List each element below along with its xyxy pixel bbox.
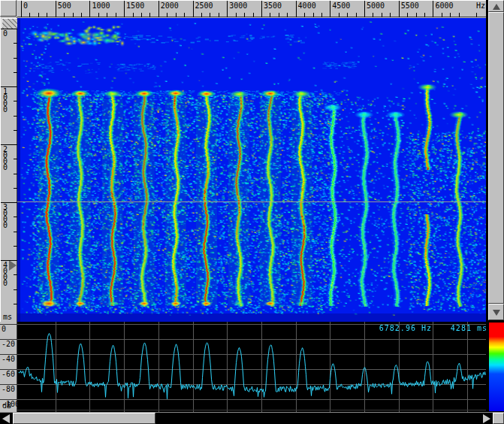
tick-label: 3000 <box>229 2 247 10</box>
minor-tick <box>47 13 47 17</box>
frequency-ruler: Hz 0500100015002000250030003500400045005… <box>17 0 486 17</box>
freq-readout: 6782.96 Hz <box>379 324 432 332</box>
scrollbar-corner[interactable] <box>493 413 504 424</box>
scroll-right-icon <box>483 414 490 423</box>
minor-tick <box>442 13 442 17</box>
tick-label: 1 0 0 0 <box>3 89 8 113</box>
tick-label: 3 0 0 0 <box>3 204 8 229</box>
grip-button[interactable] <box>2 18 18 29</box>
minor-tick <box>279 13 279 17</box>
minor-tick <box>356 13 357 17</box>
vertical-scrollbar[interactable] <box>488 0 504 320</box>
major-tick <box>330 1 330 17</box>
minor-tick <box>347 13 348 17</box>
scroll-down-button[interactable] <box>488 304 504 320</box>
major-tick <box>433 1 433 17</box>
spectrum-canvas[interactable] <box>17 322 486 412</box>
minor-tick <box>73 13 74 17</box>
tick-label: 0 <box>3 31 8 37</box>
playback-position-marker[interactable] <box>9 260 17 271</box>
minor-tick <box>64 13 65 17</box>
tick-label: 2 0 0 0 <box>3 147 8 171</box>
minor-tick <box>253 13 254 17</box>
tick-label: 2000 <box>161 2 179 10</box>
tick-label: 2500 <box>195 2 213 10</box>
major-tick <box>227 1 228 17</box>
horizontal-scrollbar-thumb[interactable] <box>13 413 155 424</box>
intensity-colorbar <box>488 323 504 411</box>
tick-label: 500 <box>58 2 71 10</box>
minor-tick <box>107 13 107 17</box>
tick-label: -40 <box>2 356 15 363</box>
tick-label: -60 <box>2 371 15 378</box>
scroll-up-icon <box>493 4 500 10</box>
minor-tick <box>201 13 202 17</box>
frequency-unit-label: Hz <box>476 2 485 10</box>
minor-tick <box>424 13 425 17</box>
right-column <box>486 0 504 412</box>
tick-label: 4500 <box>332 2 350 10</box>
minor-tick <box>313 13 314 17</box>
horizontal-scrollbar[interactable] <box>0 412 504 424</box>
tick-label: 1500 <box>126 2 144 10</box>
scroll-down-icon <box>493 310 500 316</box>
minor-tick <box>382 13 382 17</box>
minor-tick <box>373 13 373 17</box>
tick-label: 5500 <box>401 2 419 10</box>
time-readout: 4281 ms <box>451 324 487 332</box>
tick-label: 1000 <box>92 2 110 10</box>
tick-label: 0 <box>2 326 6 333</box>
major-tick <box>21 1 22 17</box>
tick-label: -80 <box>2 386 15 393</box>
minor-tick <box>476 13 477 17</box>
corner-button[interactable] <box>0 0 17 17</box>
minor-tick <box>149 13 150 17</box>
spectrogram-canvas[interactable] <box>17 18 486 322</box>
minor-tick <box>133 13 134 17</box>
minor-tick <box>167 13 167 17</box>
minor-tick <box>416 13 417 17</box>
horizontal-scrollbar-track[interactable] <box>155 413 493 424</box>
tick-label: -20 <box>2 341 15 348</box>
tick-label: 3500 <box>264 2 282 10</box>
major-tick <box>364 1 365 17</box>
minor-tick <box>184 13 185 17</box>
vertical-scrollbar-thumb[interactable] <box>488 12 504 304</box>
minor-tick <box>304 13 305 17</box>
time-ruler: ms 01 0 0 02 0 0 03 0 0 04 0 0 0 <box>0 17 17 322</box>
minor-tick <box>176 13 177 17</box>
scroll-up-button[interactable] <box>488 0 504 12</box>
major-tick <box>56 1 56 17</box>
tick-label: 0 <box>23 2 28 10</box>
major-tick <box>124 1 125 17</box>
major-tick <box>193 1 194 17</box>
minor-tick <box>29 13 30 17</box>
major-tick <box>158 1 159 17</box>
tick-label: 4000 <box>298 2 316 10</box>
tick-label: 4 0 0 0 <box>3 262 8 286</box>
minor-tick <box>450 13 451 17</box>
minor-tick <box>38 13 39 17</box>
minor-tick <box>98 13 99 17</box>
minor-tick <box>287 13 288 17</box>
scroll-left-button[interactable] <box>0 413 13 424</box>
minor-tick <box>339 13 340 17</box>
minor-tick <box>407 13 408 17</box>
tick-label: 6000 <box>435 2 453 10</box>
minor-tick <box>210 13 210 17</box>
minor-tick <box>219 13 219 17</box>
minor-tick <box>459 13 460 17</box>
major-tick <box>89 1 90 17</box>
tick-label: 5000 <box>367 2 385 10</box>
minor-tick <box>141 13 142 17</box>
major-tick <box>261 1 262 17</box>
minor-tick <box>244 13 245 17</box>
minor-tick <box>81 13 82 17</box>
minor-tick <box>270 13 270 17</box>
spectrogram-app-window: Hz 0500100015002000250030003500400045005… <box>0 0 504 424</box>
major-tick <box>399 1 400 17</box>
minor-tick <box>390 13 391 17</box>
minor-tick <box>116 13 116 17</box>
scroll-left-icon <box>2 414 10 423</box>
time-unit-label: ms <box>3 313 12 321</box>
